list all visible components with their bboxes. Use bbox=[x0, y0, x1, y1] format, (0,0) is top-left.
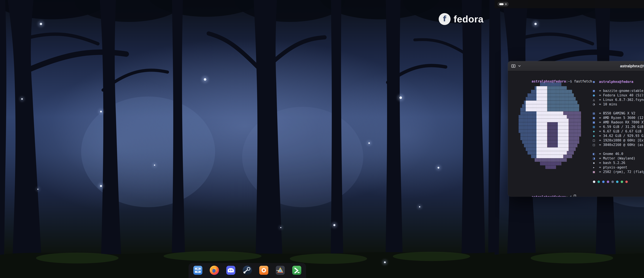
desktop: fedora fedora Wed May 1 9:55 PM bbox=[0, 0, 644, 278]
dock bbox=[188, 263, 306, 278]
fastfetch-info-row: ▦= AMD Ryzen 5 3600 (12) @ 4.21 GHz bbox=[593, 115, 644, 120]
fastfetch-info-row bbox=[593, 106, 644, 111]
fastfetch-info-row: ◔= 10 mins bbox=[593, 102, 644, 106]
dock-item-gaming-mode[interactable] bbox=[292, 265, 302, 276]
shell-prompt-line: astralphnx@fedora:~$ bbox=[512, 191, 576, 197]
workspace-dot bbox=[505, 3, 507, 5]
prism-launcher-icon bbox=[275, 265, 286, 276]
workspace-indicator[interactable] bbox=[498, 2, 509, 6]
steam-icon bbox=[242, 265, 252, 276]
new-tab-menu-button[interactable] bbox=[517, 62, 522, 69]
terminal-color-palette bbox=[593, 180, 644, 184]
fastfetch-info-row: □= 1920x1080 @ 60Hz [External] bbox=[593, 138, 644, 142]
fastfetch-info-row: ▥= 6.59 GiB / 31.26 GiB (21%) bbox=[593, 124, 644, 129]
prompt-user: astralphnx@fedora bbox=[532, 195, 566, 197]
terminal-cursor bbox=[574, 195, 576, 197]
firefox-icon bbox=[209, 265, 220, 276]
fastfetch-info-row: △= Linux 6.8.7-302.fsync.fc40.x86_64 bbox=[593, 97, 644, 102]
dock-item-steam[interactable] bbox=[242, 265, 252, 276]
fastfetch-info-row: ▩= AMD Radeon RX 7800 XT bbox=[593, 120, 644, 124]
new-tab-button[interactable] bbox=[510, 62, 517, 69]
terminal-window: astralphnx@fedora:~ bbox=[508, 61, 644, 197]
fastfetch-info-row: ◉astralphnx@fedora bbox=[593, 79, 644, 84]
fastfetch-info-row bbox=[593, 147, 644, 151]
active-workspace-pill bbox=[499, 3, 504, 5]
files-icon bbox=[193, 265, 203, 276]
terminal-header[interactable]: astralphnx@fedora:~ bbox=[508, 61, 644, 71]
fastfetch-info-row bbox=[593, 84, 644, 88]
fastfetch-info-row: ◨= Mutter (Wayland) bbox=[593, 156, 644, 161]
dock-item-files[interactable] bbox=[193, 265, 203, 276]
fedora-wordmark: fedora bbox=[454, 14, 484, 24]
discord-icon bbox=[226, 265, 236, 276]
fedora-watermark: fedora bbox=[438, 13, 484, 25]
fastfetch-info-row: ▣= bazzite-gnome:stable bbox=[593, 88, 644, 93]
dock-item-firefox[interactable] bbox=[209, 265, 220, 276]
terminal-body[interactable]: astralphnx@fedora:~$fastfetch ▒▒▒▒▒▒▒▒▒▒… bbox=[508, 71, 644, 197]
chevron-down-icon bbox=[518, 65, 520, 67]
new-tab-icon bbox=[511, 63, 516, 69]
fastfetch-info-row: ◧= Gnome 46.0 bbox=[593, 151, 644, 156]
fastfetch-info: ◉astralphnx@fedora▣= bazzite-gnome:stabl… bbox=[593, 79, 644, 184]
fastfetch-info-row: ▤= B550 GAMING X V2 bbox=[593, 111, 644, 115]
fastfetch-info-row: ●= Fedora Linux 40 (Silverblue) x86_64 bbox=[593, 93, 644, 97]
fastfetch-info-row: ▪= bash 5.2.26 bbox=[593, 161, 644, 165]
fastfetch-ascii-logo: ▒▒▒▒▒▒▒▒▒▒▒▒ ▒██████▒▒▒▒▒▒▒▒▒▒▒ ▒▒▒█████… bbox=[512, 82, 581, 169]
fastfetch-info-row: ■= 2502 (rpm), 72 (flatpak-system), 98 (… bbox=[593, 170, 644, 174]
fastfetch-info-row: ◆= 6.67 GiB / 6.67 GiB (100%) - iso9660 … bbox=[593, 129, 644, 133]
terminal-title: astralphnx@fedora:~ bbox=[620, 64, 644, 68]
forest-wallpaper bbox=[0, 0, 494, 278]
left-monitor: fedora bbox=[0, 0, 494, 278]
fastfetch-info-row: ◆= 34.62 GiB / 929.93 GiB (4%) - btrfs [… bbox=[593, 133, 644, 138]
dock-item-discord[interactable] bbox=[226, 265, 236, 276]
fedora-logo-icon bbox=[438, 13, 451, 25]
dock-item-orange-app[interactable] bbox=[259, 265, 269, 276]
fastfetch-info-row bbox=[593, 174, 644, 179]
orange-app-icon bbox=[259, 265, 269, 276]
fastfetch-info-row: ▸= ptyxis-agent bbox=[593, 165, 644, 170]
right-monitor: fedora Wed May 1 9:55 PM 1% bbox=[494, 0, 644, 278]
fastfetch-info-row: □= 3840x2160 @ 60Hz (as 1920x1080) bbox=[593, 142, 644, 147]
prompt-symbol: :~$ bbox=[566, 195, 572, 197]
dock-item-prism-launcher[interactable] bbox=[275, 265, 286, 276]
gnome-top-bar: Wed May 1 9:55 PM 1% bbox=[494, 0, 644, 8]
gaming-mode-icon bbox=[292, 265, 302, 276]
